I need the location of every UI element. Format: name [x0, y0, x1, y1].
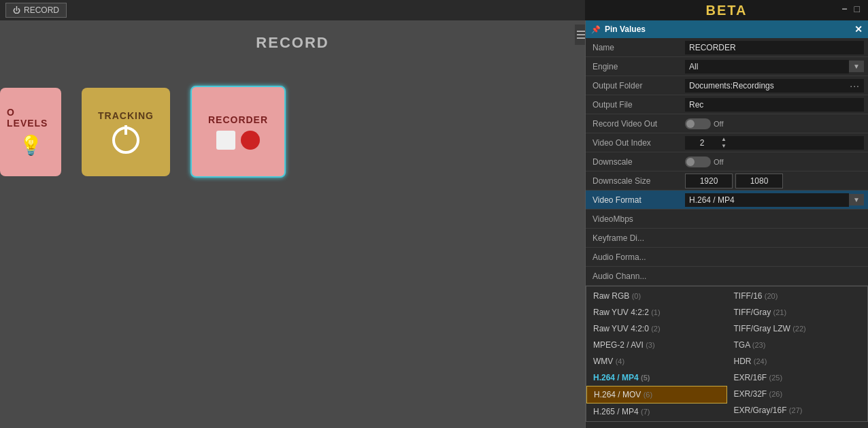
minimize-button[interactable]: −	[841, 3, 848, 14]
video-format-label: Video Format	[586, 195, 681, 205]
downscale-size-value[interactable]	[681, 174, 868, 188]
stop-button[interactable]	[216, 131, 235, 150]
pin-panel-header: 📌 Pin Values ✕	[586, 20, 868, 38]
dropdown-item-exr16f[interactable]: EXR/16F (25)	[727, 369, 868, 386]
main-canvas: RECORD O LEVELS 💡 TRACKING RECORDER	[0, 20, 585, 428]
dropdown-item-tiff-gray[interactable]: TIFF/Gray (21)	[727, 304, 868, 320]
keyframe-label: Keyframe Di...	[586, 233, 681, 243]
downscale-label: Downscale	[586, 157, 681, 167]
record-button[interactable]: ⏻ RECORD	[5, 3, 67, 18]
record-video-out-state: Off	[714, 120, 723, 128]
bulb-icon: 💡	[19, 134, 43, 157]
output-file-value[interactable]	[681, 98, 868, 112]
dropdown-item-exr-gray-16f[interactable]: EXR/Gray/16F (27)	[727, 402, 868, 418]
maximize-button[interactable]: □	[854, 3, 861, 14]
dropdown-item-h265-mp4[interactable]: H.265 / MP4 (7)	[586, 404, 727, 420]
spinbox-arrows[interactable]: ▲ ▼	[719, 136, 729, 150]
nodes-area: O LEVELS 💡 TRACKING RECORDER	[0, 86, 585, 178]
recorder-label: RECORDER	[208, 114, 268, 125]
dropdown-item-wmv[interactable]: WMV (4)	[586, 353, 727, 369]
name-label: Name	[586, 43, 681, 52]
record-btn-label: RECORD	[24, 5, 59, 15]
downscale-value[interactable]: Off	[681, 157, 868, 167]
video-out-index-row: Video Out Index ▲ ▼	[586, 133, 868, 152]
record-video-out-label: Record Video Out	[586, 119, 681, 129]
pin-icon: 📌	[591, 25, 601, 34]
beta-text: BETA	[706, 3, 748, 18]
keyframe-row: Keyframe Di...	[586, 229, 868, 248]
pin-panel-title: 📌 Pin Values	[591, 24, 646, 34]
dropdown-item-exr32f[interactable]: EXR/32F (26)	[727, 386, 868, 402]
page-title: RECORD	[0, 20, 585, 72]
output-file-label: Output File	[586, 100, 681, 110]
spinbox-down[interactable]: ▼	[719, 143, 729, 150]
downscale-toggle[interactable]	[685, 157, 711, 167]
audio-channel-row: Audio Chann...	[586, 267, 868, 286]
audio-format-label: Audio Forma...	[586, 252, 681, 262]
output-folder-input[interactable]	[685, 79, 846, 93]
record-video-out-value[interactable]: Off	[681, 118, 868, 129]
dropdown-item-tiff-gray-lzw[interactable]: TIFF/Gray LZW (22)	[727, 320, 868, 337]
tracking-label: TRACKING	[98, 110, 154, 121]
video-format-select[interactable]: H.264 / MP4	[685, 193, 849, 207]
dropdown-col-2: TIFF/16 (20) TIFF/Gray (21) TIFF/Gray LZ…	[727, 286, 868, 421]
power-icon: ⏻	[13, 6, 20, 14]
output-folder-browse-button[interactable]: ···	[846, 80, 864, 91]
downscale-height-input[interactable]	[735, 174, 783, 188]
dropdown-item-raw-yuv420[interactable]: Raw YUV 4:2:0 (2)	[586, 320, 727, 337]
beta-label: BETA − □	[585, 0, 868, 20]
tracking-node[interactable]: TRACKING	[82, 88, 170, 176]
pin-panel-close-button[interactable]: ✕	[854, 24, 863, 35]
levels-label: O LEVELS	[7, 107, 54, 129]
engine-row: Engine All ▼	[586, 57, 868, 76]
video-out-index-value[interactable]: ▲ ▼	[681, 136, 868, 150]
recorder-node[interactable]: RECORDER	[190, 86, 286, 178]
pin-panel-title-text: Pin Values	[605, 24, 646, 34]
engine-value[interactable]: All ▼	[681, 60, 868, 73]
engine-dropdown-arrow[interactable]: ▼	[849, 61, 864, 72]
engine-select[interactable]: All	[685, 60, 849, 73]
dropdown-col-1: Raw RGB (0) Raw YUV 4:2:2 (1) Raw YUV 4:…	[586, 286, 727, 421]
output-folder-value[interactable]: ···	[681, 79, 868, 93]
record-dot[interactable]	[241, 131, 260, 150]
dropdown-item-h264-mov[interactable]: H.264 / MOV (6)	[586, 386, 727, 404]
power-icon	[112, 127, 139, 154]
pin-values-panel: 📌 Pin Values ✕ Name Engine All ▼ Output …	[585, 20, 868, 428]
dropdown-item-mpeg2[interactable]: MPEG-2 / AVI (3)	[586, 337, 727, 353]
window-controls[interactable]: − □	[841, 3, 861, 14]
dropdown-item-tga[interactable]: TGA (23)	[727, 337, 868, 353]
output-file-input[interactable]	[685, 98, 864, 112]
name-input[interactable]	[685, 41, 864, 54]
video-format-row: Video Format H.264 / MP4 ▼	[586, 191, 868, 210]
output-folder-label: Output Folder	[586, 81, 681, 90]
video-mbps-label: VideoMbps	[586, 214, 681, 224]
video-mbps-row: VideoMbps	[586, 210, 868, 229]
engine-label: Engine	[586, 62, 681, 71]
dropdown-item-hdr[interactable]: HDR (24)	[727, 353, 868, 369]
spinbox-up[interactable]: ▲	[719, 136, 729, 143]
audio-format-row: Audio Forma...	[586, 248, 868, 267]
video-out-index-input[interactable]	[685, 136, 719, 150]
audio-channel-label: Audio Chann...	[586, 271, 681, 281]
downscale-size-label: Downscale Size	[586, 176, 681, 186]
downscale-size-row: Downscale Size	[586, 171, 868, 191]
downscale-width-input[interactable]	[685, 174, 733, 188]
video-out-index-label: Video Out Index	[586, 138, 681, 148]
dropdown-item-raw-yuv422[interactable]: Raw YUV 4:2:2 (1)	[586, 304, 727, 320]
recorder-controls	[216, 131, 260, 150]
record-video-out-toggle[interactable]	[685, 118, 711, 129]
name-value[interactable]	[681, 41, 868, 54]
dropdown-item-h264-mp4[interactable]: H.264 / MP4 (5)	[586, 369, 727, 386]
dropdown-item-raw-rgb[interactable]: Raw RGB (0)	[586, 288, 727, 304]
downscale-state: Off	[714, 158, 723, 166]
dropdown-item-tiff16[interactable]: TIFF/16 (20)	[727, 288, 868, 304]
name-row: Name	[586, 38, 868, 57]
video-format-dropdown-arrow[interactable]: ▼	[849, 194, 864, 205]
downscale-row: Downscale Off	[586, 152, 868, 171]
output-folder-row: Output Folder ···	[586, 76, 868, 95]
record-video-out-row: Record Video Out Off	[586, 114, 868, 133]
levels-node[interactable]: O LEVELS 💡	[0, 88, 61, 176]
video-format-value[interactable]: H.264 / MP4 ▼	[681, 193, 868, 207]
output-file-row: Output File	[586, 95, 868, 114]
title-bar: ⏻ RECORD	[0, 0, 585, 20]
